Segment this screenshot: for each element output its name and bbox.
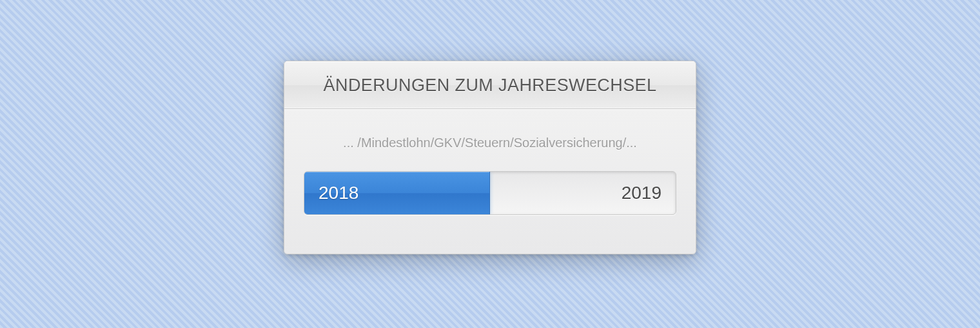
window-body: ... /Mindestlohn/GKV/Steuern/Sozialversi… [284, 109, 696, 254]
progress-start-label: 2018 [318, 183, 358, 203]
year-progress-bar: 2018 2019 [304, 171, 676, 215]
window-subtitle: ... /Mindestlohn/GKV/Steuern/Sozialversi… [304, 136, 676, 150]
window-title: ÄNDERUNGEN ZUM JAHRESWECHSEL [292, 76, 688, 96]
title-bar: ÄNDERUNGEN ZUM JAHRESWECHSEL [284, 61, 696, 109]
progress-end-label: 2019 [622, 183, 662, 203]
dialog-window: ÄNDERUNGEN ZUM JAHRESWECHSEL ... /Mindes… [284, 61, 696, 254]
